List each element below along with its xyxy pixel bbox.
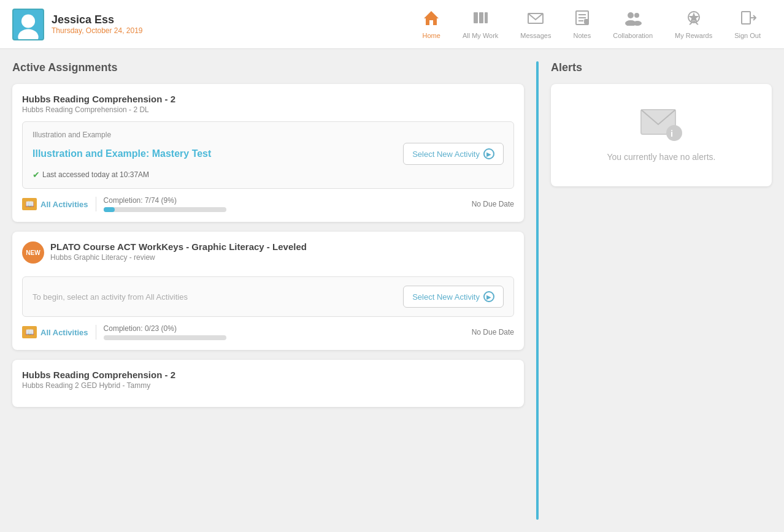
svg-point-15 — [634, 13, 639, 18]
svg-point-27 — [666, 125, 682, 141]
assignment-1-title: Hubbs Reading Comprehension - 2 — [22, 94, 514, 104]
assignment-card-1: Hubbs Reading Comprehension - 2 Hubbs Re… — [12, 84, 524, 222]
completion-text-2: Completion: 0/23 (0%) — [104, 324, 464, 333]
no-alerts-text: You currently have no alerts. — [607, 152, 716, 162]
svg-line-22 — [690, 23, 691, 25]
assignment-3-subtitle: Hubbs Reading 2 GED Hybrid - Tammy — [22, 381, 514, 390]
completion-section-2: Completion: 0/23 (0%) — [104, 324, 464, 340]
alerts-title: Alerts — [551, 61, 772, 74]
card-footer-2: 📖 All Activities Completion: 0/23 (0%) N… — [22, 324, 514, 340]
assignment-2-subtitle: Hubbs Graphic Literacy - review — [50, 253, 307, 262]
last-accessed-text-1: Last accessed today at 10:37AM — [42, 170, 149, 179]
select-btn-1-arrow: ▶ — [483, 148, 494, 159]
svg-marker-19 — [690, 14, 698, 21]
avatar — [12, 9, 44, 40]
due-date-2: No Due Date — [472, 328, 514, 336]
active-assignments-title: Active Assignments — [12, 61, 524, 74]
books-icon — [472, 10, 489, 29]
svg-rect-5 — [479, 12, 483, 23]
activity-row-2: To begin, select an activity from All Ac… — [33, 286, 504, 308]
progress-bar-fill-1 — [104, 207, 115, 212]
alerts-section: Alerts i You currently have no alerts. — [551, 61, 772, 186]
select-btn-1-label: Select New Activity — [412, 150, 480, 159]
due-date-1: No Due Date — [472, 200, 514, 208]
svg-rect-24 — [742, 12, 750, 24]
svg-rect-6 — [485, 12, 488, 23]
nav-all-my-work[interactable]: All My Work — [452, 5, 509, 44]
book-icon-1: 📖 — [22, 198, 37, 210]
activity-box-1: Illustration and Example Illustration an… — [22, 121, 514, 189]
progress-bar-bg-1 — [104, 207, 226, 212]
rewards-icon — [685, 10, 702, 29]
collaboration-icon — [625, 10, 642, 29]
nav-collaboration[interactable]: Collaboration — [602, 5, 664, 44]
right-column: Alerts i You currently have no alerts. — [551, 61, 772, 520]
user-name: Jessica Ess — [52, 13, 143, 26]
progress-bar-bg-2 — [104, 335, 226, 340]
alert-icon-wrap: i — [640, 108, 683, 142]
completion-text-1: Completion: 7/74 (9%) — [104, 196, 464, 205]
nav-all-my-work-label: All My Work — [463, 32, 498, 39]
svg-point-14 — [628, 12, 634, 18]
assignment-card-2: NEW PLATO Course ACT WorkKeys - Graphic … — [12, 232, 524, 350]
assignment-2-title: PLATO Course ACT WorkKeys - Graphic Lite… — [50, 241, 307, 252]
select-new-activity-btn-1[interactable]: Select New Activity ▶ — [403, 143, 504, 165]
begin-text-2: To begin, select an activity from All Ac… — [33, 292, 188, 302]
svg-line-23 — [696, 23, 698, 25]
assignment-1-subtitle: Hubbs Reading Comprehension - 2 DL — [22, 105, 514, 114]
home-icon — [423, 10, 440, 29]
last-accessed-1: ✔ Last accessed today at 10:37AM — [33, 170, 504, 180]
completion-section-1: Completion: 7/74 (9%) — [104, 196, 464, 212]
svg-point-1 — [21, 14, 35, 28]
messages-icon — [527, 10, 544, 29]
svg-point-17 — [633, 21, 642, 26]
user-info: Jessica Ess Thursday, October 24, 2019 — [52, 13, 143, 35]
select-btn-2-label: Select New Activity — [412, 292, 480, 302]
assignment-3-title: Hubbs Reading Comprehension - 2 — [22, 370, 514, 380]
new-badge-2: NEW — [22, 241, 44, 264]
main-nav: Home All My Work Messages — [412, 5, 772, 44]
select-btn-2-arrow: ▶ — [483, 291, 494, 302]
course-info-2: PLATO Course ACT WorkKeys - Graphic Lite… — [50, 241, 307, 269]
check-icon-1: ✔ — [33, 170, 40, 180]
column-divider — [536, 61, 539, 520]
nav-home-label: Home — [423, 32, 440, 39]
sign-out-icon — [739, 10, 756, 29]
nav-collaboration-label: Collaboration — [613, 32, 653, 39]
svg-marker-3 — [424, 11, 439, 25]
footer-divider-2 — [96, 325, 96, 340]
all-activities-btn-1[interactable]: 📖 All Activities — [22, 198, 88, 210]
assignment-card-3: Hubbs Reading Comprehension - 2 Hubbs Re… — [12, 360, 524, 407]
alerts-card: i You currently have no alerts. — [551, 84, 772, 186]
notes-icon — [574, 10, 591, 29]
nav-notes-label: Notes — [573, 32, 591, 39]
footer-divider-1 — [96, 197, 96, 211]
activity-box-2: To begin, select an activity from All Ac… — [22, 276, 514, 317]
mail-icon: i — [640, 113, 683, 149]
card-footer-1: 📖 All Activities Completion: 7/74 (9%) N… — [22, 196, 514, 212]
nav-sign-out[interactable]: Sign Out — [723, 5, 772, 44]
course-header-2: NEW PLATO Course ACT WorkKeys - Graphic … — [22, 241, 514, 269]
all-activities-btn-2[interactable]: 📖 All Activities — [22, 326, 88, 338]
nav-my-rewards[interactable]: My Rewards — [664, 5, 723, 44]
left-column: Active Assignments Hubbs Reading Compreh… — [12, 61, 524, 520]
activity-label-1: Illustration and Example — [33, 131, 504, 139]
nav-sign-out-label: Sign Out — [734, 32, 761, 39]
all-activities-label-2: All Activities — [40, 328, 88, 337]
activity-name-1: Illustration and Example: Mastery Test — [33, 148, 211, 159]
activity-row-1: Illustration and Example: Mastery Test S… — [33, 143, 504, 165]
user-date: Thursday, October 24, 2019 — [52, 26, 143, 35]
select-new-activity-btn-2[interactable]: Select New Activity ▶ — [403, 286, 504, 308]
header: Jessica Ess Thursday, October 24, 2019 H… — [0, 0, 784, 49]
nav-messages[interactable]: Messages — [509, 5, 562, 44]
nav-messages-label: Messages — [520, 32, 551, 39]
main-layout: Active Assignments Hubbs Reading Compreh… — [0, 49, 784, 532]
nav-my-rewards-label: My Rewards — [675, 32, 712, 39]
all-activities-label-1: All Activities — [40, 200, 88, 209]
nav-home[interactable]: Home — [412, 5, 452, 44]
svg-text:i: i — [671, 128, 673, 139]
book-icon-2: 📖 — [22, 326, 37, 338]
nav-notes[interactable]: Notes — [562, 5, 602, 44]
svg-rect-4 — [474, 12, 478, 23]
